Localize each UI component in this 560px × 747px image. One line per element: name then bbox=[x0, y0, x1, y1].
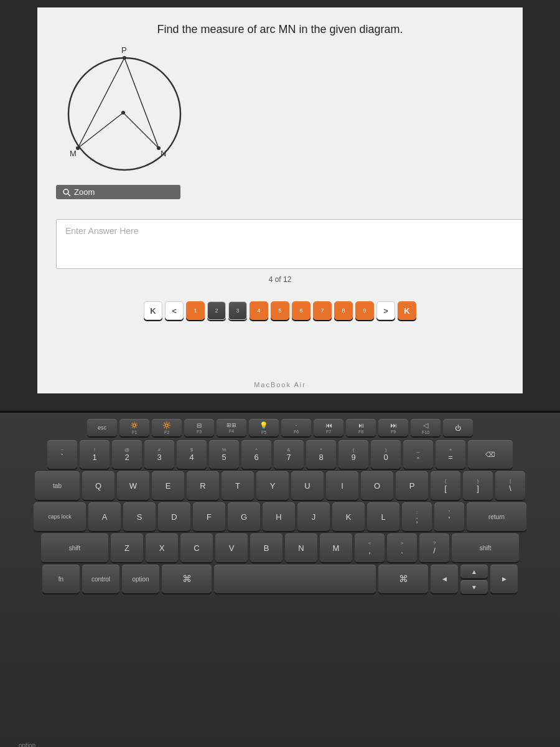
minus-key[interactable]: _- bbox=[403, 440, 433, 469]
l-key[interactable]: L bbox=[367, 502, 399, 531]
right-command-key[interactable]: ⌘ bbox=[378, 565, 428, 593]
x-key[interactable]: X bbox=[146, 533, 178, 562]
f1-key[interactable]: 🔅 F1 bbox=[119, 419, 149, 436]
page-3-button[interactable]: 3 bbox=[228, 301, 247, 320]
equals-key[interactable]: += bbox=[436, 440, 465, 469]
i-key[interactable]: I bbox=[326, 471, 358, 500]
left-arrow-key[interactable]: ◀ bbox=[431, 565, 458, 593]
page-2-button[interactable]: 2 bbox=[207, 301, 226, 320]
control-key[interactable]: control bbox=[82, 565, 119, 593]
tab-key[interactable]: tab bbox=[35, 471, 80, 500]
bracket-right-key[interactable]: }] bbox=[463, 471, 493, 500]
f3-key[interactable]: ⊟ F3 bbox=[184, 419, 214, 436]
n-key[interactable]: N bbox=[285, 533, 317, 562]
right-arrow-key[interactable]: ▶ bbox=[490, 565, 518, 593]
w-key[interactable]: W bbox=[117, 471, 149, 500]
svg-line-7 bbox=[78, 58, 124, 148]
comma-key[interactable]: <, bbox=[355, 533, 385, 562]
period-key[interactable]: >. bbox=[387, 533, 417, 562]
6-key[interactable]: ^6 bbox=[241, 440, 271, 469]
q-key[interactable]: Q bbox=[82, 471, 114, 500]
nav-last-button[interactable]: K bbox=[398, 301, 416, 320]
8-key[interactable]: *8 bbox=[306, 440, 336, 469]
5-key[interactable]: %5 bbox=[209, 440, 239, 469]
screen-content: Find the measure of arc MN in the given … bbox=[37, 7, 523, 393]
svg-text:P: P bbox=[121, 45, 127, 55]
m-key[interactable]: M bbox=[320, 533, 352, 562]
power-key[interactable]: ⏻ bbox=[443, 419, 473, 436]
9-key[interactable]: (9 bbox=[338, 440, 368, 469]
k-key[interactable]: K bbox=[332, 502, 365, 531]
left-command-key[interactable]: ⌘ bbox=[162, 565, 212, 593]
up-arrow-key[interactable]: ▲ bbox=[460, 565, 488, 578]
page-5-button[interactable]: 5 bbox=[271, 301, 289, 320]
left-shift-key[interactable]: shift bbox=[41, 533, 108, 562]
b-key[interactable]: B bbox=[250, 533, 282, 562]
c-key[interactable]: C bbox=[180, 533, 213, 562]
g-key[interactable]: G bbox=[228, 502, 260, 531]
o-key[interactable]: O bbox=[361, 471, 393, 500]
page-1-button[interactable]: 1 bbox=[186, 301, 205, 320]
a-key[interactable]: A bbox=[88, 502, 121, 531]
number-row: ~` !1 @2 #3 $4 %5 ^6 &7 *8 (9 )0 bbox=[9, 440, 551, 469]
h-key[interactable]: H bbox=[263, 502, 295, 531]
nav-first-button[interactable]: K bbox=[144, 301, 162, 320]
enter-key[interactable]: return bbox=[467, 502, 526, 531]
f10-key[interactable]: ◁ F10 bbox=[411, 419, 441, 436]
zoom-button[interactable]: Zoom bbox=[56, 185, 180, 199]
1-key[interactable]: !1 bbox=[80, 440, 110, 469]
page-8-button[interactable]: 8 bbox=[334, 301, 353, 320]
esc-key[interactable]: esc bbox=[87, 419, 117, 436]
nav-next-button[interactable]: > bbox=[376, 301, 395, 320]
page-4-button[interactable]: 4 bbox=[250, 301, 268, 320]
f-key[interactable]: F bbox=[193, 502, 225, 531]
quote-key[interactable]: "' bbox=[434, 502, 464, 531]
d-key[interactable]: D bbox=[158, 502, 190, 531]
bracket-left-key[interactable]: {[ bbox=[431, 471, 460, 500]
option-key[interactable]: option bbox=[122, 565, 159, 593]
j-key[interactable]: J bbox=[297, 502, 330, 531]
bottom-row: fn control option ⌘ ⌘ ◀ ▲ ▼ ▶ bbox=[9, 565, 551, 594]
qwerty-row: tab Q W E R T Y U I O P {[ }] |\ bbox=[9, 471, 551, 500]
answer-input[interactable]: Enter Answer Here bbox=[56, 219, 523, 269]
svg-point-13 bbox=[63, 189, 68, 194]
f2-key[interactable]: 🔆 F2 bbox=[152, 419, 182, 436]
0-key[interactable]: )0 bbox=[371, 440, 401, 469]
right-shift-key[interactable]: shift bbox=[452, 533, 519, 562]
page-9-button[interactable]: 9 bbox=[355, 301, 374, 320]
2-key[interactable]: @2 bbox=[112, 440, 142, 469]
v-key[interactable]: V bbox=[215, 533, 248, 562]
f5-key[interactable]: 💡 F5 bbox=[249, 419, 279, 436]
caps-key[interactable]: caps lock bbox=[34, 502, 86, 531]
nav-prev-button[interactable]: < bbox=[165, 301, 184, 320]
4-key[interactable]: $4 bbox=[177, 440, 207, 469]
fn-row: esc 🔅 F1 🔆 F2 ⊟ F3 ⊞⊞ F4 💡 F5 · F6 ⏮ F7 bbox=[9, 419, 551, 436]
3-key[interactable]: #3 bbox=[144, 440, 174, 469]
page-6-button[interactable]: 6 bbox=[292, 301, 310, 320]
space-key[interactable] bbox=[214, 565, 376, 593]
u-key[interactable]: U bbox=[291, 471, 324, 500]
slash-key[interactable]: ?/ bbox=[419, 533, 449, 562]
f6-key[interactable]: · F6 bbox=[281, 419, 311, 436]
f4-key[interactable]: ⊞⊞ F4 bbox=[217, 419, 246, 436]
svg-text:M: M bbox=[70, 149, 77, 158]
p-key[interactable]: P bbox=[396, 471, 428, 500]
t-key[interactable]: T bbox=[222, 471, 254, 500]
7-key[interactable]: &7 bbox=[274, 440, 304, 469]
backtick-key[interactable]: ~` bbox=[47, 440, 77, 469]
semicolon-key[interactable]: :; bbox=[402, 502, 432, 531]
page-7-button[interactable]: 7 bbox=[313, 301, 332, 320]
backspace-key[interactable]: ⌫ bbox=[468, 440, 513, 469]
asdf-row: caps lock A S D F G H J K L :; "' return bbox=[9, 502, 551, 531]
f8-key[interactable]: ⏯ F8 bbox=[346, 419, 376, 436]
s-key[interactable]: S bbox=[123, 502, 156, 531]
r-key[interactable]: R bbox=[187, 471, 219, 500]
f9-key[interactable]: ⏭ F9 bbox=[378, 419, 408, 436]
e-key[interactable]: E bbox=[152, 471, 184, 500]
backslash-key[interactable]: |\ bbox=[495, 471, 525, 500]
down-arrow-key[interactable]: ▼ bbox=[460, 580, 488, 594]
y-key[interactable]: Y bbox=[256, 471, 289, 500]
z-key[interactable]: Z bbox=[111, 533, 143, 562]
f7-key[interactable]: ⏮ F7 bbox=[314, 419, 343, 436]
fn-key[interactable]: fn bbox=[42, 565, 80, 593]
